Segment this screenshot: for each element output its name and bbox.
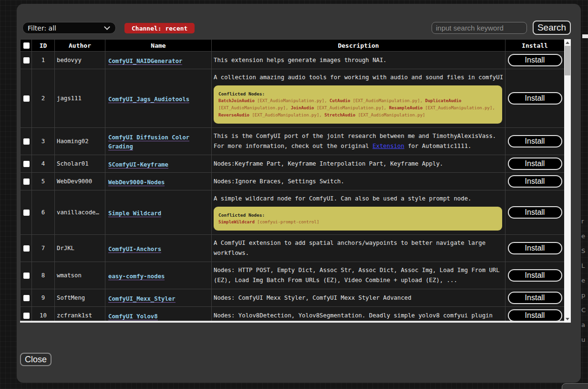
conflicted-nodes-title: Conflicted Nodes: xyxy=(218,90,497,97)
row-description: Nodes: ComfyUI Mexx Styler, ComfyUI Mexx… xyxy=(212,289,505,307)
table-bottom-edge xyxy=(20,321,564,323)
table-header: ID Author Name Description Install xyxy=(21,40,565,52)
channel-badge: Channel: recent xyxy=(124,23,195,33)
row-id: 2 xyxy=(32,69,55,128)
row-checkbox[interactable] xyxy=(23,273,30,279)
table-row: 9SoftMengComfyUI_Mexx_StylerNodes: Comfy… xyxy=(21,289,565,307)
conflicted-nodes-warning: Conflicted Nodes:SimpleWildcard [comfyui… xyxy=(214,207,502,231)
select-all-checkbox[interactable] xyxy=(23,42,30,49)
header-name: Name xyxy=(105,40,212,52)
install-button[interactable]: Install xyxy=(508,292,562,304)
background-fragment xyxy=(582,34,588,38)
row-id: 5 xyxy=(32,173,55,190)
conflicted-nodes-title: Conflicted Nodes: xyxy=(218,211,497,219)
extension-name-link[interactable]: ComfyUI-Anchors xyxy=(108,246,161,253)
close-button[interactable]: Close xyxy=(20,353,52,366)
row-checkbox[interactable] xyxy=(23,295,30,301)
table-scrollbar[interactable] xyxy=(564,39,571,323)
conflict-node-name: JoinAudio xyxy=(291,105,314,110)
row-author: SoftMeng xyxy=(55,289,105,307)
search-button[interactable]: Search xyxy=(533,21,571,35)
table-row: 5WebDev9000WebDev9000-NodesNodes:Ignore … xyxy=(21,173,565,190)
row-id: 4 xyxy=(32,155,55,173)
filter-select[interactable]: Filter: all xyxy=(22,22,116,34)
row-description: Nodes:Keyframe Part, Keyframe Interpolat… xyxy=(212,155,505,173)
filter-select-label: Filter: all xyxy=(28,24,56,32)
conflict-node-source: [EXT_AudioManipulation.py], xyxy=(252,113,324,117)
scroll-up-arrow-icon[interactable] xyxy=(566,42,569,44)
install-button[interactable]: Install xyxy=(508,206,562,219)
conflict-node-source: [comfyui-prompt-control] xyxy=(257,220,319,224)
extension-name-link[interactable]: easy-comfy-nodes xyxy=(108,273,165,280)
table-row: 4Scholar01SComfyUI-KeyframeNodes:Keyfram… xyxy=(21,155,565,173)
row-description: Nodes: HTTP POST, Empty Dict, Assoc Str,… xyxy=(212,262,505,289)
row-checkbox[interactable] xyxy=(23,179,30,185)
row-description: A collection amazing audio tools for wor… xyxy=(212,69,505,128)
row-checkbox[interactable] xyxy=(23,161,30,167)
install-button[interactable]: Install xyxy=(508,158,562,170)
conflict-node-name: SimpleWildcard xyxy=(218,220,255,224)
install-button[interactable]: Install xyxy=(508,135,562,147)
table-row: 10zcfrank1stComfyUI Yolov8Nodes: Yolov8D… xyxy=(21,307,565,323)
table-row: 2jags111ComfyUI_Jags_AudiotoolsA collect… xyxy=(21,69,565,128)
row-id: 10 xyxy=(32,307,55,323)
extension-name-link[interactable]: ComfyUI Diffusion Color Grading xyxy=(108,134,189,150)
search-input[interactable] xyxy=(432,22,527,34)
conflict-node-name: StretchAudio xyxy=(324,113,355,117)
row-author: vanillacode… xyxy=(55,190,105,235)
row-description: Nodes: Yolov8Detection, Yolov8Segmentati… xyxy=(212,307,505,323)
table-row: 7DrJKLComfyUI-AnchorsA ComfyUI extension… xyxy=(21,235,565,262)
row-author: Scholar01 xyxy=(55,155,105,173)
row-checkbox[interactable] xyxy=(23,95,30,102)
table-row: 6vanillacode…Simple WildcardA simple wil… xyxy=(21,190,565,235)
extension-name-link[interactable]: WebDev9000-Nodes xyxy=(108,179,165,186)
row-id: 8 xyxy=(32,262,55,289)
install-button[interactable]: Install xyxy=(508,92,562,105)
row-checkbox[interactable] xyxy=(23,138,30,145)
conflict-node-name: CutAudio xyxy=(330,98,350,103)
row-checkbox[interactable] xyxy=(23,245,30,252)
row-id: 9 xyxy=(32,289,55,307)
install-button[interactable]: Install xyxy=(508,309,562,322)
row-author: WebDev9000 xyxy=(55,173,105,190)
extension-name-link[interactable]: ComfyUI_Mexx_Styler xyxy=(108,295,175,303)
install-button[interactable]: Install xyxy=(508,242,562,254)
extension-name-link[interactable]: ComfyUI_Jags_Audiotools xyxy=(108,96,189,103)
row-id: 3 xyxy=(32,128,55,155)
row-author: bedovyy xyxy=(55,52,105,69)
row-author: DrJKL xyxy=(55,235,105,262)
conflict-node-source: [EXT_AudioManipulation.py], xyxy=(257,98,330,103)
extension-name-link[interactable]: SComfyUI-Keyframe xyxy=(108,161,168,168)
install-button[interactable]: Install xyxy=(508,175,562,188)
header-author: Author xyxy=(55,40,105,52)
row-checkbox[interactable] xyxy=(23,57,30,63)
row-description: This extension helps generate images thr… xyxy=(212,52,505,69)
background-menu-text-fragments: reSLepCau xyxy=(581,214,588,347)
scrollbar-thumb[interactable] xyxy=(565,46,570,75)
extensions-table: ID Author Name Description Install 1bedo… xyxy=(20,39,564,323)
conflict-node-name: BatchJoinAudio xyxy=(218,98,255,103)
description-link[interactable]: Extension xyxy=(372,143,404,149)
extension-name-link[interactable]: ComfyUI Yolov8 xyxy=(108,313,158,320)
row-id: 7 xyxy=(32,235,55,262)
scroll-down-arrow-icon[interactable] xyxy=(566,318,569,320)
install-button[interactable]: Install xyxy=(508,54,562,66)
row-description: This is the ComfyUI port of the joint re… xyxy=(212,128,505,155)
conflict-node-source: [EXT_AudioManipulation.py], xyxy=(317,105,389,110)
conflict-node-name: ReverseAudio xyxy=(218,113,249,117)
conflict-node-source: [EXT_AudioManipulation.py], xyxy=(353,98,425,103)
extension-name-link[interactable]: ComfyUI_NAIDGenerator xyxy=(108,58,182,65)
install-button[interactable]: Install xyxy=(508,269,562,282)
row-author: wmatson xyxy=(55,262,105,289)
row-description: Nodes:Ignore Braces, Settings Switch. xyxy=(212,173,505,190)
table-row: 8wmatsoneasy-comfy-nodesNodes: HTTP POST… xyxy=(21,262,565,289)
row-id: 1 xyxy=(32,52,55,69)
row-checkbox[interactable] xyxy=(23,313,30,319)
extension-name-link[interactable]: Simple Wildcard xyxy=(108,210,161,217)
header-install: Install xyxy=(505,40,565,52)
conflicted-nodes-warning: Conflicted Nodes:BatchJoinAudio [EXT_Aud… xyxy=(214,85,502,124)
row-checkbox[interactable] xyxy=(23,210,30,216)
custom-nodes-install-dialog: Filter: all Channel: recent Search ID Au… xyxy=(17,4,581,383)
conflict-node-name: DuplicateAudio xyxy=(425,98,462,103)
table-row: 3Haoming02ComfyUI Diffusion Color Gradin… xyxy=(21,128,565,155)
